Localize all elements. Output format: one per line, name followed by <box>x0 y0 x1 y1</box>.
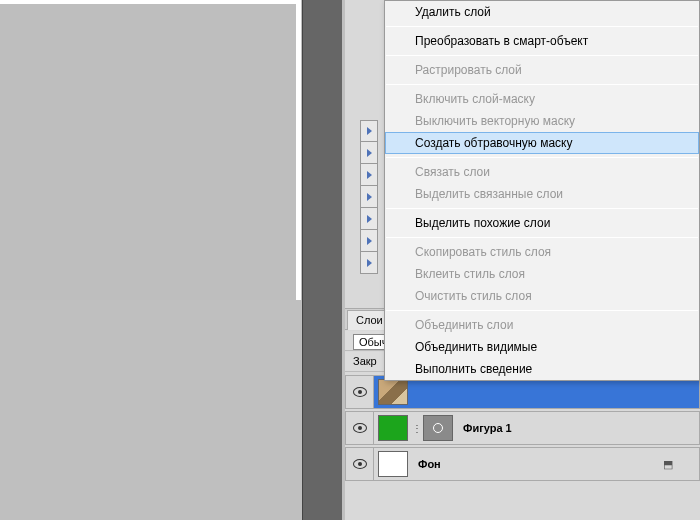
menu-item[interactable]: Объединить видимые <box>385 336 699 358</box>
menu-item: Вклеить стиль слоя <box>385 263 699 285</box>
menu-item: Очистить стиль слоя <box>385 285 699 307</box>
menu-item[interactable]: Удалить слой <box>385 1 699 23</box>
workspace-gap <box>302 0 342 520</box>
play-icon <box>367 259 372 267</box>
layer-row[interactable]: Фон ⬒ <box>345 447 700 481</box>
eye-icon <box>353 423 367 433</box>
menu-separator <box>386 237 698 238</box>
play-icon <box>367 215 372 223</box>
layer-thumbnail[interactable] <box>378 379 408 405</box>
play-icon <box>367 193 372 201</box>
layer-context-menu: Удалить слойПреобразовать в смарт-объект… <box>384 0 700 381</box>
expand-toggle[interactable] <box>360 164 378 186</box>
play-icon <box>367 237 372 245</box>
menu-item[interactable]: Выполнить сведение <box>385 358 699 380</box>
expand-toggle[interactable] <box>360 186 378 208</box>
menu-item[interactable]: Выделить похожие слои <box>385 212 699 234</box>
play-icon <box>367 171 372 179</box>
play-icon <box>367 149 372 157</box>
eye-icon <box>353 387 367 397</box>
layer-name[interactable]: Фон <box>418 458 441 470</box>
layer-name[interactable]: Фигура 1 <box>463 422 512 434</box>
play-icon <box>367 127 372 135</box>
layer-row[interactable]: ⋮ Фигура 1 <box>345 411 700 445</box>
layers-list: ⋮ Фигура 1 Фон ⬒ <box>345 375 700 483</box>
menu-separator <box>386 310 698 311</box>
link-icon: ⋮ <box>411 415 423 441</box>
menu-item: Скопировать стиль слоя <box>385 241 699 263</box>
expand-toggle[interactable] <box>360 142 378 164</box>
canvas-edge-top <box>0 0 300 4</box>
panel-toggle-stack <box>360 120 378 274</box>
menu-item[interactable]: Преобразовать в смарт-объект <box>385 30 699 52</box>
eye-icon <box>353 459 367 469</box>
canvas-edge-right <box>296 0 301 300</box>
expand-toggle[interactable] <box>360 252 378 274</box>
menu-item: Выключить векторную маску <box>385 110 699 132</box>
menu-item[interactable]: Создать обтравочную маску <box>385 132 699 154</box>
menu-item: Связать слои <box>385 161 699 183</box>
lock-label: Закр <box>353 355 377 367</box>
visibility-toggle[interactable] <box>346 376 374 408</box>
menu-separator <box>386 208 698 209</box>
menu-separator <box>386 84 698 85</box>
menu-item: Растрировать слой <box>385 59 699 81</box>
visibility-toggle[interactable] <box>346 448 374 480</box>
menu-item: Выделить связанные слои <box>385 183 699 205</box>
layer-thumbnail[interactable] <box>378 415 408 441</box>
menu-separator <box>386 26 698 27</box>
visibility-toggle[interactable] <box>346 412 374 444</box>
vector-mask-thumbnail[interactable] <box>423 415 453 441</box>
document-canvas[interactable] <box>0 0 300 300</box>
menu-item: Включить слой-маску <box>385 88 699 110</box>
mask-dot-icon <box>433 423 443 433</box>
menu-separator <box>386 55 698 56</box>
expand-toggle[interactable] <box>360 208 378 230</box>
lock-icon: ⬒ <box>663 458 673 471</box>
menu-item: Объединить слои <box>385 314 699 336</box>
expand-toggle[interactable] <box>360 120 378 142</box>
layer-thumbnail[interactable] <box>378 451 408 477</box>
menu-separator <box>386 157 698 158</box>
expand-toggle[interactable] <box>360 230 378 252</box>
